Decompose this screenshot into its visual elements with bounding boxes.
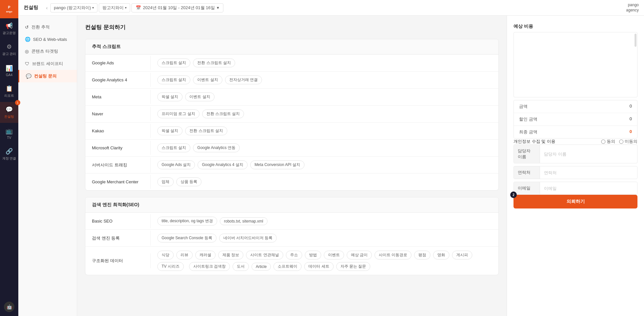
amount-value: 0 — [630, 104, 632, 109]
secondary-sidebar: ↺ 전환 추적 🌐 SEO & Web-vitals ◎ 콘텐츠 타겟팅 🛡 브… — [18, 16, 77, 316]
tag[interactable]: 영화 — [433, 251, 449, 259]
tag[interactable]: 전환 스크립트 설치 — [185, 126, 227, 135]
left-panel: 컨설팅 문의하기 추적 스크립트 Google Ads 스크립트 설치 전환 스… — [77, 16, 507, 316]
row-label-ga4: Google Analytics 4 — [85, 73, 151, 87]
table-row: Microsoft Clarity 스크립트 설치 Google Analyti… — [85, 140, 498, 157]
inquire-button-wrapper: 2 의뢰하기 — [513, 195, 637, 208]
tag[interactable]: title, description, og tags 변경 — [157, 217, 217, 225]
row-label-basic-seo: Basic SEO — [85, 214, 151, 228]
contact-form-row: 연락처 — [513, 166, 637, 179]
cost-scroll-area[interactable] — [513, 32, 637, 97]
tag[interactable]: 스크립트 설치 — [157, 58, 190, 67]
sidebar-item-tv[interactable]: 📺 TV — [0, 123, 18, 144]
sidebar-item-ga4[interactable]: 📊 GA4 — [0, 60, 18, 81]
tag[interactable]: 상품 등록 — [176, 177, 201, 186]
tag[interactable]: 이벤트 — [324, 251, 344, 259]
tag[interactable]: 프리미엄 로그 설치 — [157, 109, 200, 118]
sidebar-item-account[interactable]: 🔗 계정 연결 — [0, 144, 18, 165]
tag[interactable]: 전환 스크립트 설치 — [193, 58, 235, 67]
radio-group: 동의 미동의 — [601, 139, 637, 144]
amount-row: 금액 0 — [514, 100, 637, 113]
sidebar-item-report[interactable]: 📋 리포트 — [0, 81, 18, 102]
radio-agree[interactable]: 동의 — [601, 139, 615, 144]
radio-agree-input[interactable] — [601, 140, 605, 144]
sidebar-item-ad-ops[interactable]: 📢 광고운영 — [0, 18, 18, 39]
sidebar-item-ad-manage[interactable]: ⚙ 광고 관리 — [0, 39, 18, 60]
email-input[interactable] — [540, 183, 637, 194]
sidebar-item-consulting[interactable]: 1 💬 컨설팅 — [0, 102, 18, 123]
row-tags-naver: 프리미엄 로그 설치 전환 스크립트 설치 — [151, 106, 251, 122]
tag[interactable]: 자주 묻는 질문 — [336, 262, 371, 271]
nav-item-conversion[interactable]: ↺ 전환 추적 — [18, 21, 77, 33]
tag[interactable]: 사이트 연관채널 — [246, 251, 283, 259]
inquire-badge: 2 — [510, 191, 517, 198]
radio-disagree-input[interactable] — [619, 140, 623, 144]
tag[interactable]: 네이버 서치어드바이저 등록 — [219, 234, 277, 242]
tag[interactable]: 스크립트 설치 — [157, 75, 190, 84]
right-panel: 예상 비용 금액 0 할인 금액 0 — [507, 16, 644, 316]
tag[interactable]: robots.txt, sitemap.xml — [220, 217, 268, 225]
tag[interactable]: 게시피 — [452, 251, 472, 259]
name-input[interactable] — [540, 148, 637, 160]
tag[interactable]: 업체 — [157, 177, 174, 186]
sidebar-label-ad-manage: 광고 관리 — [2, 52, 16, 56]
tag[interactable]: 주소 — [286, 251, 302, 259]
nav-item-seo[interactable]: 🌐 SEO & Web-vitals — [18, 33, 77, 45]
tracking-section-title: 추적 스크립트 — [85, 39, 498, 55]
contact-input[interactable] — [540, 167, 637, 178]
contact-form: 담당자 이름 연락처 이메일 — [513, 144, 637, 195]
tag[interactable]: 데이터 세트 — [304, 262, 333, 271]
content-area: ↺ 전환 추적 🌐 SEO & Web-vitals ◎ 콘텐츠 타겟팅 🛡 브… — [18, 16, 644, 316]
radio-disagree[interactable]: 미동의 — [619, 139, 637, 144]
tag[interactable]: 평점 — [414, 251, 430, 259]
tag[interactable]: 이벤트 설치 — [193, 75, 222, 84]
sidebar-label-report: 리포트 — [4, 93, 14, 98]
tag[interactable]: 캐러셀 — [195, 251, 216, 259]
tag[interactable]: 사이트 이동경로 — [374, 251, 411, 259]
tag[interactable]: 소프트웨이 — [273, 262, 302, 271]
nav-item-content[interactable]: ◎ 콘텐츠 타겟팅 — [18, 45, 77, 58]
report-icon: 📋 — [6, 85, 13, 92]
row-label-google-ads: Google Ads — [85, 56, 151, 70]
tag[interactable]: 전자상거래 연결 — [225, 75, 262, 84]
back-chevron[interactable]: ‹ — [46, 5, 48, 10]
tag[interactable]: 픽셀 설치 — [157, 126, 183, 135]
row-tags-basic-seo: title, description, og tags 변경 robots.tx… — [151, 213, 274, 229]
tag[interactable]: 제품 정보 — [218, 251, 243, 259]
nav-item-consulting-menu[interactable]: 💬 컨설팅 문의 — [18, 70, 77, 82]
tag[interactable]: 사이트링크 검색창 — [189, 262, 230, 271]
tag[interactable]: 픽셀 설치 — [157, 92, 183, 101]
breadcrumb-item-1[interactable]: pango (팡고지와이) ▾ — [50, 3, 97, 12]
breadcrumb-item-2[interactable]: 팡고지와이 ▾ — [99, 3, 130, 12]
table-row: Google Analytics 4 스크립트 설치 이벤트 설치 전자상거래 … — [85, 72, 498, 89]
tag[interactable]: 리뷰 — [176, 251, 193, 259]
tag[interactable]: 식당 — [157, 251, 174, 259]
tag[interactable]: Meta Conversion API 설치 — [250, 160, 305, 169]
user-avatar[interactable]: 🤖 — [0, 298, 18, 316]
app-logo[interactable]: Pango — [0, 0, 18, 18]
row-label-clarity: Microsoft Clarity — [85, 141, 151, 155]
tag[interactable]: 스크립트 설치 — [157, 143, 190, 152]
discount-label: 할인 금액 — [519, 116, 537, 122]
date-range-picker[interactable]: 📅 2024년 01월 10일 - 2024년 01월 16일 ▾ — [131, 3, 223, 12]
table-row: 서버사이드 트래킹 Google Ads 설치 Google Analytics… — [85, 157, 498, 174]
page-title-topbar: 컨설팅 — [24, 5, 38, 11]
tag[interactable]: Article — [252, 263, 271, 271]
table-row: Google Merchant Center 업체 상품 등록 — [85, 174, 498, 190]
row-label-naver: Naver — [85, 107, 151, 121]
tag[interactable]: Google Search Console 등록 — [157, 234, 217, 242]
tag[interactable]: TV 시리즈 — [157, 262, 184, 271]
inquire-button[interactable]: 2 의뢰하기 — [513, 195, 637, 208]
tag[interactable]: 예상 금이 — [347, 251, 372, 259]
nav-item-brand[interactable]: 🛡 브랜드 세이프티 — [18, 58, 77, 70]
tag[interactable]: Google Ads 설치 — [157, 160, 195, 169]
tag[interactable]: 전환 스크립트 설치 — [202, 109, 244, 118]
cost-summary: 금액 0 할인 금액 0 최종 금액 0 — [513, 100, 637, 139]
tag[interactable]: Google Analytics 4 설치 — [198, 160, 248, 169]
tag[interactable]: 방법 — [305, 251, 321, 259]
tag[interactable]: 도서 — [233, 262, 249, 271]
tag[interactable]: 이벤트 설치 — [185, 92, 214, 101]
tag[interactable]: Google Analytics 연동 — [193, 143, 240, 152]
row-tags-structured-data: 식당 리뷰 캐러셀 제품 정보 사이트 연관채널 주소 방법 이벤트 예상 금이… — [151, 247, 498, 275]
row-tags-google-ads: 스크립트 설치 전환 스크립트 설치 — [151, 55, 242, 71]
